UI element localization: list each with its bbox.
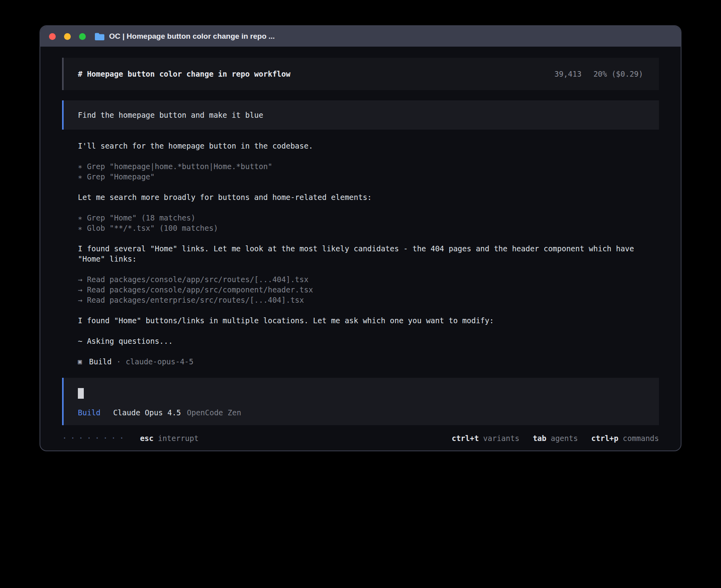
traffic-lights	[49, 33, 86, 40]
tool-call-line: → Read packages/enterprise/src/routes/[.…	[78, 295, 659, 305]
agents-label: agents	[551, 433, 578, 443]
assistant-message: I found "Home" buttons/links in multiple…	[78, 315, 659, 326]
commands-label: commands	[623, 433, 659, 443]
assistant-text: Let me search more broadly for buttons a…	[78, 192, 659, 202]
variants-label: variants	[483, 433, 519, 443]
status-bar: ········ esc interrupt ctrl+t variants t…	[62, 433, 659, 443]
terminal-window: OC | Homepage button color change in rep…	[40, 25, 681, 451]
assistant-text: I found "Home" buttons/links in multiple…	[78, 315, 659, 326]
session-header: # Homepage button color change in repo w…	[62, 58, 659, 90]
session-title: # Homepage button color change in repo w…	[78, 69, 291, 79]
terminal-content: # Homepage button color change in repo w…	[40, 47, 681, 450]
assistant-message: I'll search for the homepage button in t…	[78, 141, 659, 151]
interrupt-label: interrupt	[158, 433, 198, 443]
agent-name: Build	[89, 356, 111, 367]
mode-indicator[interactable]: Build	[78, 407, 100, 418]
assistant-text: ~ Asking questions...	[78, 336, 659, 346]
window-titlebar[interactable]: OC | Homepage button color change in rep…	[40, 26, 681, 47]
agent-model: claude-opus-4-5	[126, 356, 194, 367]
status-bar-right: ctrl+t variants tab agents ctrl+p comman…	[452, 433, 659, 443]
ctrl-t-key-label: ctrl+t	[452, 433, 479, 443]
agents-hint: tab agents	[533, 433, 578, 443]
input-meta: Build Claude Opus 4.5 OpenCode Zen	[78, 407, 645, 418]
tool-call-line: ∗ Grep "homepage|home.*button|Home.*butt…	[78, 161, 659, 172]
tool-call-line: ∗ Glob "**/*.tsx" (100 matches)	[78, 223, 659, 233]
prompt-input[interactable]: Build Claude Opus 4.5 OpenCode Zen	[62, 378, 659, 425]
tool-call-line: → Read packages/console/app/src/routes/[…	[78, 274, 659, 285]
tool-call-group: ∗ Grep "Home" (18 matches) ∗ Glob "**/*.…	[78, 213, 659, 233]
agent-status: ▣ Build · claude-opus-4-5	[78, 356, 659, 367]
token-count: 39,413	[555, 69, 582, 79]
tool-call-line: ∗ Grep "Home" (18 matches)	[78, 213, 659, 223]
assistant-message: Let me search more broadly for buttons a…	[78, 192, 659, 202]
minimize-window-button[interactable]	[64, 33, 71, 40]
tab-key-label: tab	[533, 433, 546, 443]
activity-dots: ········	[62, 433, 127, 443]
close-window-button[interactable]	[49, 33, 56, 40]
conversation: I'll search for the homepage button in t…	[78, 141, 659, 346]
commands-hint: ctrl+p commands	[591, 433, 659, 443]
tool-call-line: → Read packages/console/app/src/componen…	[78, 285, 659, 295]
session-stats: 39,413 20% ($0.29)	[555, 69, 643, 79]
assistant-text: I found several "Home" links. Let me loo…	[78, 243, 659, 264]
agent-separator: ·	[116, 356, 121, 367]
variants-hint: ctrl+t variants	[452, 433, 519, 443]
model-name[interactable]: Claude Opus 4.5	[113, 407, 181, 418]
tool-call-group: ∗ Grep "homepage|home.*button|Home.*butt…	[78, 161, 659, 182]
window-title: OC | Homepage button color change in rep…	[109, 32, 275, 41]
zoom-window-button[interactable]	[79, 33, 86, 40]
user-message-text: Find the homepage button and make it blu…	[78, 110, 263, 120]
assistant-message: ~ Asking questions...	[78, 336, 659, 346]
status-bar-left: ········ esc interrupt	[62, 433, 198, 443]
provider-name: OpenCode Zen	[187, 407, 241, 418]
input-cursor-line[interactable]	[78, 388, 645, 399]
folder-icon	[94, 32, 105, 41]
assistant-message: I found several "Home" links. Let me loo…	[78, 243, 659, 264]
context-cost: 20% ($0.29)	[593, 69, 643, 79]
tool-call-group: → Read packages/console/app/src/routes/[…	[78, 274, 659, 305]
ctrl-p-key-label: ctrl+p	[591, 433, 619, 443]
esc-key-label: esc	[140, 433, 153, 443]
agent-icon: ▣	[78, 356, 82, 367]
interrupt-hint: esc interrupt	[140, 433, 198, 443]
assistant-text: I'll search for the homepage button in t…	[78, 141, 659, 151]
tool-call-line: ∗ Grep "Homepage"	[78, 172, 659, 182]
text-cursor	[78, 388, 84, 399]
user-message: Find the homepage button and make it blu…	[62, 100, 659, 130]
